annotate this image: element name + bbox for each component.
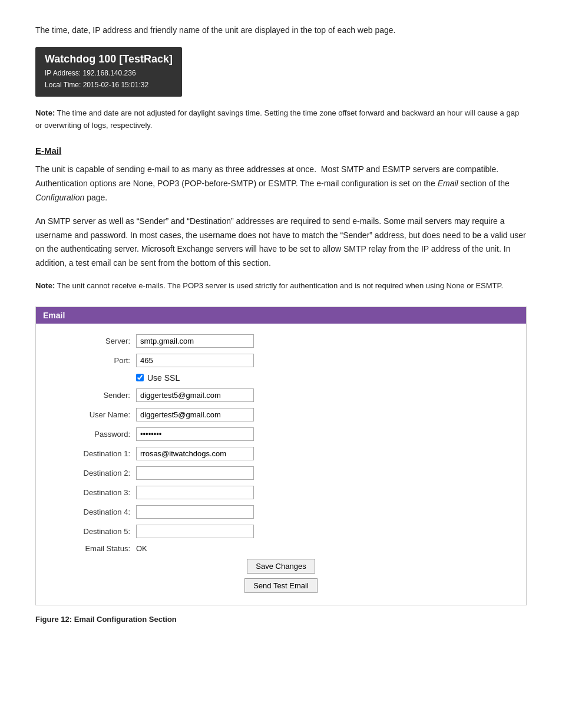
device-box: Watchdog 100 [TestRack] IP Address: 192.… [35,47,182,96]
dest5-input[interactable] [136,525,254,538]
server-input[interactable] [136,334,254,348]
email-panel: Email Server: Port: Use SSL Sender: User… [35,307,527,605]
email-para2: An SMTP server as well as “Sender” and “… [35,215,527,271]
dest2-row: Destination 2: [48,466,514,480]
sender-row: Sender: [48,388,514,402]
use-ssl-label: Use SSL [147,373,180,383]
dest4-label: Destination 4: [48,508,130,516]
figure-caption: Figure 12: Email Configuration Section [35,615,527,624]
button-row: Save Changes Send Test Email [48,559,514,593]
dest1-label: Destination 1: [48,449,130,458]
dest5-label: Destination 5: [48,527,130,536]
device-time: Local Time: 2015-02-16 15:01:32 [45,80,173,91]
password-input[interactable] [136,427,254,441]
dest1-row: Destination 1: [48,447,514,460]
status-row: Email Status: OK [48,544,514,553]
dest1-input[interactable] [136,447,254,460]
port-input[interactable] [136,354,254,367]
sender-label: Sender: [48,391,130,400]
dest4-input[interactable] [136,505,254,519]
send-test-email-button[interactable]: Send Test Email [244,578,318,593]
username-input[interactable] [136,408,254,421]
username-row: User Name: [48,408,514,421]
use-ssl-checkbox[interactable] [136,374,144,381]
dest2-label: Destination 2: [48,469,130,477]
note2-label: Note: [35,281,55,290]
note-time-zone: Note: The time and date are not adjusted… [35,107,527,132]
server-label: Server: [48,337,130,345]
note-label: Note: [35,108,55,117]
dest5-row: Destination 5: [48,525,514,538]
email-panel-body: Server: Port: Use SSL Sender: User Name:… [36,324,526,605]
dest2-input[interactable] [136,466,254,480]
dest3-row: Destination 3: [48,486,514,499]
intro-paragraph: The time, date, IP address and friendly … [35,24,527,37]
port-label: Port: [48,356,130,365]
ssl-row: Use SSL [136,373,514,383]
port-row: Port: [48,354,514,367]
email-para1: The unit is capable of sending e-mail to… [35,163,527,205]
dest3-label: Destination 3: [48,488,130,497]
status-label: Email Status: [48,544,130,553]
username-label: User Name: [48,410,130,419]
sender-input[interactable] [136,388,254,402]
password-label: Password: [48,430,130,439]
dest3-input[interactable] [136,486,254,499]
password-row: Password: [48,427,514,441]
email-section-heading: E-Mail [35,146,527,156]
email-panel-header: Email [36,307,526,324]
dest4-row: Destination 4: [48,505,514,519]
device-ip: IP Address: 192.168.140.236 [45,68,173,79]
status-value: OK [136,544,147,553]
device-title: Watchdog 100 [TestRack] [45,53,173,65]
note-no-receive: Note: The unit cannot receive e-mails. T… [35,280,527,292]
save-changes-button[interactable]: Save Changes [247,559,315,574]
server-row: Server: [48,334,514,348]
